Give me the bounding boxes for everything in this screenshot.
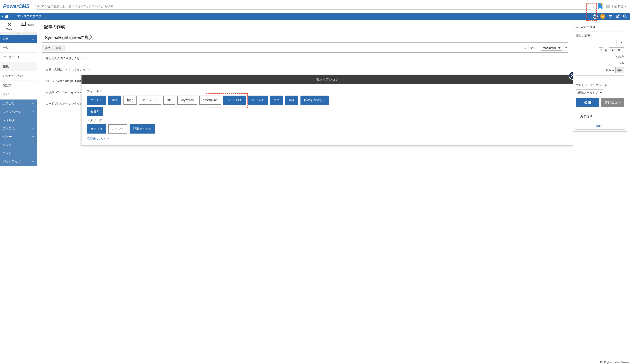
display-options-panel: 表示オプション ✕ フィールド タイトル 本文 概要 キーワード title k…	[81, 75, 573, 146]
add-icon[interactable]: +	[600, 14, 605, 19]
chip-summary[interactable]: 概要	[124, 96, 136, 105]
modal-title: 表示オプション ✕	[82, 75, 573, 84]
main-content: 記事の作成 本文 続き フォーマット: Markdown ? ぜんぜん人間にやさ…	[37, 20, 573, 364]
refresh-icon[interactable]	[608, 14, 612, 19]
date-fragment-input[interactable]	[599, 47, 603, 53]
svg-line-1	[38, 6, 39, 7]
assets-icon	[21, 22, 26, 26]
sidebar-section-folder[interactable]: フォルダ﹀	[0, 116, 37, 124]
dropdown-icon	[1, 16, 4, 17]
sidebar-section-banner[interactable]: バナー﹀	[0, 133, 37, 141]
svg-point-2	[624, 15, 626, 17]
chip-body[interactable]: 本文	[108, 96, 121, 105]
svg-point-0	[37, 5, 39, 7]
avatar-icon	[606, 4, 610, 8]
status-value: 新しい記事	[576, 34, 624, 37]
external-link-icon[interactable]	[615, 14, 620, 19]
tab-more[interactable]: 続き	[53, 45, 64, 51]
chevron-down-icon: ﹀	[32, 135, 34, 139]
search-bar-icon[interactable]	[622, 14, 628, 19]
ime-language-indicator: EN English (United States)	[600, 361, 629, 364]
user-menu[interactable]: 千葉 哲也	[606, 4, 627, 8]
scroll-up-handle[interactable]: ▲	[0, 33, 37, 35]
sidebar-section-webpage[interactable]: ウェブページ﹀	[0, 108, 37, 116]
sidebar-item-list[interactable]: 一覧	[0, 43, 37, 53]
edit-filename-button[interactable]: 編集	[615, 67, 624, 73]
chevron-up-icon: ︿	[32, 37, 34, 41]
sidebar-item-from-template[interactable]: ひな形から作成	[0, 71, 37, 81]
filename-fragment: lighter	[606, 69, 614, 72]
top-bar: PowerCMS™ 千葉 哲也	[0, 0, 630, 13]
right-column: ︿ ステータス 新しい記事 @ を設定 ル名 lighter 編集	[573, 20, 630, 364]
status-panel-head[interactable]: ︿ ステータス	[574, 23, 627, 31]
article-title-input[interactable]	[42, 33, 568, 42]
chip-article-item[interactable]: 記事アイテム	[130, 124, 155, 134]
sidebar-section-article[interactable]: 記事︿	[0, 35, 37, 43]
modal-close-button[interactable]: ✕	[568, 71, 573, 80]
sidebar-item-update[interactable]: アップデート	[0, 53, 37, 62]
chevron-down-icon: ﹀	[32, 102, 34, 106]
category-open-link[interactable]: 開じる	[575, 123, 625, 130]
chevron-down-icon	[625, 6, 627, 7]
chip-page-js[interactable]: ページJS	[248, 96, 268, 105]
format-label: フォーマット:	[522, 46, 540, 50]
sidebar: ✕ Close Assets ▲ 記事︿ 一覧 アップデート 新規 ひな形から作…	[0, 20, 37, 364]
home-icon	[5, 15, 9, 18]
site-home-segment[interactable]	[0, 13, 11, 20]
global-search	[34, 3, 594, 9]
preview-button[interactable]: プレビュー	[601, 98, 624, 107]
time-input[interactable]	[609, 47, 624, 53]
chip-description[interactable]: description	[199, 96, 221, 105]
chip-toc[interactable]: 目次を表示する	[300, 96, 329, 105]
user-name: 千葉 哲也	[611, 4, 624, 8]
tab-body[interactable]: 本文	[42, 45, 53, 51]
svg-line-3	[626, 17, 627, 18]
bookmark-add-icon[interactable]	[598, 3, 602, 9]
chip-author-id[interactable]: 著者ID	[87, 107, 103, 116]
assets-button[interactable]: Assets	[18, 20, 37, 32]
chevron-down-icon: ﹀	[32, 110, 34, 114]
chip-image[interactable]: 画像	[285, 96, 298, 105]
close-button[interactable]: ✕ Close	[0, 20, 18, 32]
publish-button[interactable]: 公開	[576, 98, 599, 107]
sidebar-item-new[interactable]: 新規	[0, 62, 37, 71]
preview-template-select[interactable]: 優先アーカイブ	[576, 89, 603, 96]
chip-tag[interactable]: タグ	[270, 96, 283, 105]
chevron-up-icon: ︿	[576, 25, 578, 29]
category-panel-head[interactable]: ︿ カテゴリ	[574, 112, 627, 121]
chip-keywords-en[interactable]: keywords	[177, 96, 197, 105]
sidebar-section-item[interactable]: アイテム﹀	[0, 124, 37, 133]
chevron-down-icon: ﹀	[32, 143, 34, 147]
sidebar-item-boilerplate[interactable]: 定型文	[0, 81, 37, 90]
sidebar-section-link[interactable]: リンク﹀	[0, 141, 37, 149]
brand-logo: PowerCMS™	[3, 3, 31, 9]
site-name: エンジニアブログ	[11, 14, 42, 18]
empty-input[interactable]	[576, 75, 624, 81]
page-title: 記事の作成	[37, 20, 573, 33]
preview-template-label: プレビューテンプレート	[576, 83, 624, 87]
format-help-button[interactable]: ?	[564, 46, 568, 50]
status-select[interactable]	[616, 40, 624, 45]
global-search-input[interactable]	[34, 3, 594, 9]
sidebar-item-tag[interactable]: タグ	[0, 90, 37, 100]
chip-title[interactable]: タイトル	[87, 96, 106, 105]
close-icon: ✕	[0, 22, 18, 27]
sidebar-section-backup[interactable]: バックアップ﹀	[0, 158, 37, 166]
site-bar: エンジニアブログ +	[0, 13, 630, 20]
chip-title-en[interactable]: title	[163, 96, 175, 105]
format-select[interactable]: Markdown	[541, 45, 562, 51]
label-fragment: ル名	[576, 61, 624, 65]
config-fragment: を設定	[576, 55, 624, 59]
apps-grid-icon[interactable]	[593, 14, 598, 19]
meta-section-label: メタデータ	[87, 118, 568, 122]
chip-page-css[interactable]: ページCSS	[223, 96, 246, 105]
chevron-down-icon: ﹀	[32, 119, 34, 122]
sidebar-section-comment[interactable]: コメント﹀	[0, 149, 37, 158]
reset-defaults-link[interactable]: 既定値にリセット	[87, 137, 110, 140]
sidebar-section-category[interactable]: カテゴリ﹀	[0, 100, 37, 108]
chip-comment[interactable]: コメント	[108, 124, 128, 134]
chevron-up-icon: ︿	[576, 115, 578, 118]
chip-category[interactable]: カテゴリ	[87, 124, 106, 134]
chip-keyword-ja[interactable]: キーワード	[139, 96, 161, 105]
fields-chip-row: タイトル 本文 概要 キーワード title keywords descript…	[87, 96, 568, 105]
